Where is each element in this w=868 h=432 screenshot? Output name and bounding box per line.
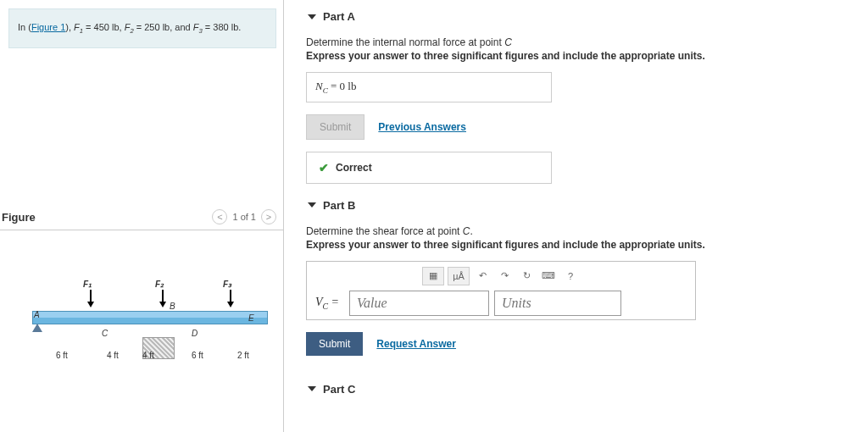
beam-diagram: F₁ F₂ F₃ A B C D E 6 ft 4 ft 4 ft 6 ft 2… [7,264,276,391]
undo-icon[interactable]: ↶ [473,267,492,285]
part-a-header[interactable]: Part A [306,7,851,26]
figure-title: Figure [2,211,36,224]
point-a: A [34,310,40,319]
dim-5: 2 ft [237,351,249,360]
support-a-pin [32,324,42,332]
pager-prev-button[interactable]: < [212,209,227,224]
part-a-prompt: Determine the internal normal force at p… [306,26,851,50]
part-b-instructions: Express your answer to three significant… [306,239,851,261]
pager-text: 1 of 1 [232,212,256,222]
caret-down-icon [308,14,316,19]
part-a-submit-button: Submit [306,114,364,140]
force-label-f1: F₁ [83,280,92,289]
redo-icon[interactable]: ↷ [495,267,514,285]
units-button[interactable]: µÅ [448,267,470,285]
part-a-feedback: ✔ Correct [306,152,552,184]
answer-toolbar: ▦ µÅ ↶ ↷ ↻ ⌨ ? [310,265,692,291]
request-answer-link[interactable]: Request Answer [376,338,456,350]
part-b-input-area: ▦ µÅ ↶ ↷ ↻ ⌨ ? VC = [306,261,696,320]
dim-1: 6 ft [56,351,68,360]
reset-icon[interactable]: ↻ [517,267,536,285]
caret-down-icon [308,202,316,208]
part-b-var-label: VC = [310,296,344,311]
part-b-input-row: VC = [310,291,692,316]
help-icon[interactable]: ? [561,267,580,285]
part-a-submit-row: Submit Previous Answers [306,102,851,152]
part-a-answer-value: 0 lb [340,80,357,92]
caret-down-icon [308,386,316,391]
figure-pager: < 1 of 1 > [212,209,276,224]
problem-prefix: In ( [18,22,31,32]
force-label-f3: F₃ [223,280,231,289]
point-d: D [192,329,198,338]
part-c-title: Part C [323,383,355,396]
part-b-prompt: Determine the shear force at point C. [306,215,851,239]
problem-statement: In (Figure 1), F1 = 450 lb, F2 = 250 lb,… [8,8,276,48]
value-input[interactable] [349,291,489,316]
correct-label: Correct [336,162,372,174]
force-label-f2: F₂ [155,280,164,289]
part-a-title: Part A [323,10,355,23]
figure-link[interactable]: Figure 1 [31,22,65,32]
beam-body [32,311,268,324]
pager-next-button[interactable]: > [261,209,276,224]
part-c: Part C [284,379,868,399]
units-input[interactable] [494,291,621,316]
part-b-header[interactable]: Part B [306,196,851,215]
part-b-submit-button[interactable]: Submit [306,332,363,356]
part-c-header[interactable]: Part C [306,379,851,399]
right-column: Part A Determine the internal normal for… [284,0,868,432]
part-a-instructions: Express your answer to three significant… [306,50,851,72]
keyboard-icon[interactable]: ⌨ [539,267,558,285]
figure-header: Figure < 1 of 1 > [0,209,283,230]
left-column: In (Figure 1), F1 = 450 lb, F2 = 250 lb,… [0,0,284,432]
dim-4: 6 ft [192,351,203,360]
part-b-title: Part B [323,199,355,212]
part-b-submit-row: Submit Request Answer [306,320,851,368]
dim-2: 4 ft [107,351,119,360]
part-a: Part A Determine the internal normal for… [284,7,868,196]
part-a-answer-display: NC = 0 lb [306,72,552,102]
point-b: B [170,302,175,311]
problem-body: ), F1 = 450 lb, F2 = 250 lb, and F3 = 38… [65,22,241,32]
dim-3: 4 ft [142,351,154,360]
template-button[interactable]: ▦ [422,267,444,285]
point-e: E [248,313,254,323]
previous-answers-link[interactable]: Previous Answers [378,121,466,133]
point-c: C [102,329,108,338]
part-b: Part B Determine the shear force at poin… [284,196,868,379]
check-icon: ✔ [319,161,329,174]
